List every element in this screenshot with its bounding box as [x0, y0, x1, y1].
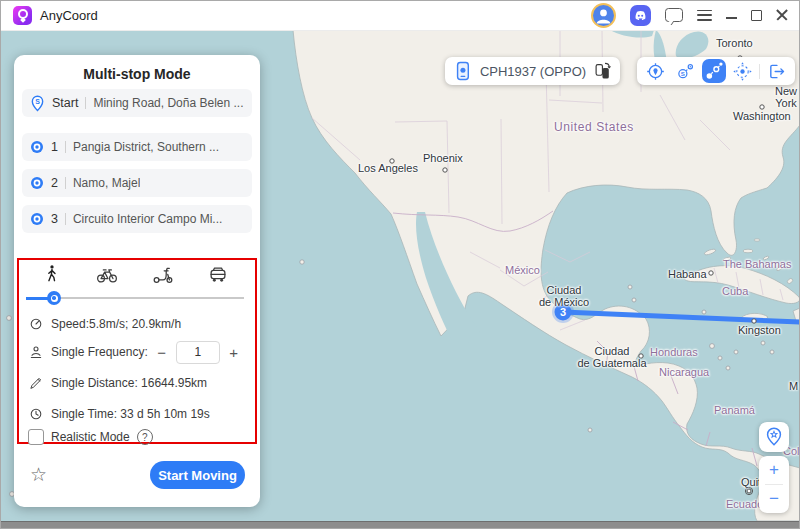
- realistic-mode-checkbox[interactable]: [28, 429, 44, 445]
- frequency-increase-button[interactable]: +: [227, 344, 241, 361]
- stop-dot-icon: [30, 140, 44, 154]
- favorite-star-button[interactable]: ☆: [30, 463, 47, 487]
- teleport-mode-button[interactable]: [641, 57, 669, 85]
- walk-mode-tab[interactable]: [41, 263, 63, 285]
- joystick-mode-button[interactable]: [729, 57, 757, 85]
- route-stop-marker: 3: [560, 306, 566, 318]
- time-row: Single Time: 33 d 5h 10m 19s: [28, 404, 210, 424]
- stop-dot-icon: [30, 212, 44, 226]
- discord-icon: [632, 7, 649, 24]
- stop-number: 2: [51, 176, 58, 190]
- frequency-input[interactable]: [176, 341, 220, 364]
- pin-star-icon: [763, 426, 785, 448]
- bicycle-icon: [96, 263, 118, 285]
- switch-device-icon[interactable]: [594, 61, 611, 81]
- zoom-divider: [765, 484, 783, 485]
- stop-address: Pangia District, Southern ...: [73, 140, 219, 154]
- slider-handle[interactable]: [47, 291, 61, 305]
- panel-title: Multi-stop Mode: [14, 66, 260, 82]
- teleport-pin-icon: [645, 61, 666, 82]
- stop-dot-icon: [30, 176, 44, 190]
- frequency-row: Single Frequency: − +: [28, 342, 241, 362]
- toolbar-divider: [759, 64, 760, 79]
- exit-mode-button[interactable]: [763, 57, 791, 85]
- speed-slider[interactable]: [26, 291, 244, 305]
- stop-number: 1: [51, 140, 58, 154]
- speed-text: Speed:5.8m/s; 20.9km/h: [51, 317, 181, 331]
- stop-row-2[interactable]: 2 Namo, Majel: [22, 169, 252, 197]
- stop-address: Namo, Majel: [73, 176, 140, 190]
- hamburger-menu-icon[interactable]: [697, 10, 712, 21]
- help-icon[interactable]: ?: [137, 429, 153, 445]
- svg-text:S: S: [35, 98, 40, 105]
- phone-icon: [454, 60, 472, 83]
- frequency-label: Single Frequency:: [51, 345, 148, 359]
- zoom-in-button[interactable]: +: [759, 458, 789, 482]
- zoom-out-button[interactable]: −: [759, 487, 789, 511]
- collections-button[interactable]: [759, 422, 789, 452]
- multi-stop-panel: Multi-stop Mode S Start Mining Road, Doñ…: [14, 55, 260, 507]
- minimize-button[interactable]: [726, 17, 737, 19]
- row-divider: [65, 141, 66, 153]
- titlebar-actions: [591, 3, 788, 28]
- scooter-icon: [152, 263, 174, 285]
- discord-button[interactable]: [630, 5, 651, 26]
- title-bar: AnyCoord: [0, 0, 800, 31]
- realistic-mode-label: Realistic Mode: [51, 430, 130, 444]
- frequency-icon: [28, 344, 44, 360]
- distance-row: Single Distance: 16644.95km: [28, 373, 207, 393]
- feedback-icon[interactable]: [665, 8, 683, 22]
- speed-row: Speed:5.8m/s; 20.9km/h: [28, 314, 181, 334]
- start-label: Start: [52, 96, 78, 110]
- scooter-mode-tab[interactable]: [152, 263, 174, 285]
- distance-pencil-icon: [28, 375, 44, 391]
- zoom-controls: + −: [759, 456, 789, 513]
- one-stop-mode-button[interactable]: S: [672, 57, 700, 85]
- car-mode-tab[interactable]: [207, 263, 229, 285]
- stop-address: Circuito Interior Campo Mi...: [73, 212, 222, 226]
- exit-icon: [766, 61, 787, 82]
- window-bottom-edge: [0, 521, 800, 529]
- one-stop-route-icon: S: [675, 61, 696, 82]
- walk-icon: [42, 263, 62, 285]
- time-text: Single Time: 33 d 5h 10m 19s: [51, 407, 210, 421]
- close-button[interactable]: [776, 9, 788, 21]
- app-logo-icon: [13, 6, 32, 25]
- account-button[interactable]: [591, 3, 616, 28]
- multi-stop-mode-button-active[interactable]: [702, 59, 726, 83]
- svg-text:S: S: [681, 69, 685, 76]
- frequency-decrease-button[interactable]: −: [155, 344, 169, 361]
- mode-toolbar: S: [637, 57, 795, 85]
- maximize-button[interactable]: [751, 10, 762, 21]
- row-divider: [65, 177, 66, 189]
- row-divider: [65, 213, 66, 225]
- stop-row-3[interactable]: 3 Circuito Interior Campo Mi...: [22, 205, 252, 233]
- app-title: AnyCoord: [40, 8, 98, 23]
- row-divider: [85, 97, 86, 109]
- stop-row-1[interactable]: 1 Pangia District, Southern ...: [22, 133, 252, 161]
- device-name: CPH1937 (OPPO): [480, 64, 586, 79]
- device-selector[interactable]: CPH1937 (OPPO): [445, 57, 620, 85]
- speedometer-icon: [28, 316, 44, 332]
- anycoord-window: 3 Toronto New York Washington United Sta…: [0, 0, 800, 529]
- start-pin-icon: S: [30, 95, 45, 112]
- stop-number: 3: [51, 212, 58, 226]
- distance-text: Single Distance: 16644.95km: [51, 376, 207, 390]
- start-moving-button[interactable]: Start Moving: [150, 461, 245, 489]
- person-icon: [593, 5, 614, 26]
- bicycle-mode-tab[interactable]: [96, 263, 118, 285]
- transport-mode-tabs: [41, 263, 229, 285]
- clock-icon: [28, 406, 44, 422]
- start-address: Mining Road, Doña Belen ...: [93, 96, 243, 110]
- joystick-icon: [732, 61, 753, 82]
- car-icon: [207, 263, 229, 285]
- start-point-row[interactable]: S Start Mining Road, Doña Belen ...: [22, 89, 252, 117]
- multi-stop-route-icon: [702, 59, 726, 83]
- realistic-mode-row: Realistic Mode ?: [28, 427, 153, 447]
